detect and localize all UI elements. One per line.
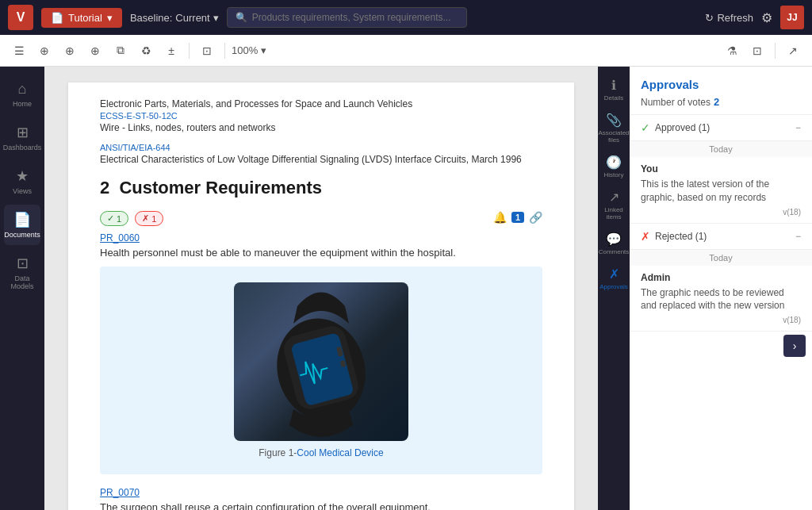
pr1-text: Health personnel must be able to maneuve…	[100, 247, 542, 259]
toolbar-add-btn[interactable]: ⊕	[33, 40, 56, 62]
pr-block-0060: ✓ 1 ✗ 1 🔔 1 🔗 PR_0060 Health	[100, 211, 542, 474]
rpanel-linked[interactable]: ↗ Linked items	[599, 185, 629, 225]
bell-icon[interactable]: 🔔	[493, 211, 507, 224]
zoom-control[interactable]: 100% ▾	[232, 44, 266, 56]
pr1-id[interactable]: PR_0060	[100, 232, 542, 243]
toolbar-sep1	[189, 43, 190, 59]
toolbar-list-btn[interactable]: ☰	[8, 40, 30, 62]
details-icon: ℹ	[611, 78, 616, 93]
toolbar: ☰ ⊕ ⊕ ⊕ ⧉ ♻ ± ⊡ 100% ▾ ⚗ ⊡ ↗	[0, 35, 812, 67]
sidebar-item-views[interactable]: ★ Views	[4, 161, 40, 201]
search-input[interactable]	[252, 12, 458, 23]
avatar[interactable]: JJ	[780, 6, 804, 29]
toolbar-recycle-btn[interactable]: ♻	[135, 40, 157, 62]
linked-icon: ↗	[609, 190, 619, 205]
pr2-id[interactable]: PR_0070	[100, 487, 542, 498]
search-bar[interactable]: 🔍	[227, 7, 467, 28]
doc-content: Electronic Parts, Materials, and Process…	[68, 82, 574, 510]
ref2-code: ANSI/TIA/EIA-644	[100, 143, 542, 152]
app-logo[interactable]: V	[8, 5, 33, 30]
x-mark: ✗	[142, 213, 149, 224]
zoom-arrow: ▾	[261, 44, 266, 56]
admin-version: v(18)	[641, 316, 801, 324]
tutorial-label: Tutorial	[68, 12, 102, 24]
views-icon: ★	[16, 167, 29, 185]
pr-block-0070: PR_0070 The surgeon shall reuse a certai…	[100, 487, 542, 510]
votes-row: Number of votes 2	[641, 96, 801, 108]
tutorial-button[interactable]: 📄 Tutorial ▾	[41, 8, 122, 28]
toolbar-share-btn[interactable]: ↗	[782, 40, 804, 62]
approved-label: Approved (1)	[655, 122, 710, 133]
baseline-selector[interactable]: Baseline: Current ▾	[130, 12, 219, 24]
toolbar-filter-btn[interactable]: ⚗	[721, 40, 743, 62]
toolbar-page-btn[interactable]: ⊡	[746, 40, 768, 62]
you-version: v(18)	[641, 208, 801, 217]
toolbar-right: ⚗ ⊡ ↗	[721, 40, 804, 62]
sidebar-datamodels-label: Data Models	[7, 274, 37, 290]
rejected-date: Today	[630, 250, 812, 266]
figure-image	[234, 282, 408, 441]
baseline-label: Baseline:	[130, 12, 172, 24]
refresh-button[interactable]: ↻ Refresh	[705, 12, 753, 24]
sidebar-item-dashboards[interactable]: ⊞ Dashboards	[4, 117, 40, 158]
expand-panel-button[interactable]: ›	[783, 335, 806, 357]
files-icon: 📎	[606, 113, 622, 128]
refresh-icon: ↻	[705, 12, 714, 24]
badge-rejected[interactable]: ✗ 1	[135, 211, 163, 226]
rpanel-details[interactable]: ℹ Details	[599, 73, 629, 106]
rejected-toggle[interactable]: ✗ Rejected (1) −	[630, 224, 812, 250]
comments-icon: 💬	[606, 232, 622, 247]
tutorial-arrow: ▾	[107, 12, 113, 24]
pr-badge: 1	[511, 212, 524, 223]
collapse-approved-icon: −	[795, 122, 801, 133]
sidebar-item-datamodels[interactable]: ⊡ Data Models	[4, 248, 40, 297]
rpanel-footer: ›	[630, 332, 812, 363]
ref1-code: ECSS-E-ST-50-12C	[100, 111, 542, 121]
rpanel-history[interactable]: 🕐 History	[599, 150, 629, 183]
toolbar-copy-btn[interactable]: ⧉	[109, 40, 132, 62]
approvals-icon: ✗	[609, 267, 619, 282]
rpanel-comments[interactable]: 💬 Comments	[599, 227, 629, 260]
baseline-value: Current	[175, 12, 209, 24]
ref2-desc: Electrical Characteristics of Low Voltag…	[100, 154, 542, 165]
sidebar-home-label: Home	[13, 100, 32, 108]
files-label: Associated files	[598, 129, 629, 144]
settings-button[interactable]: ⚙	[761, 10, 772, 25]
figure-caption-link[interactable]: Cool Medical Device	[297, 447, 383, 458]
admin-text: The graphic needs to be reviewed and rep…	[641, 286, 801, 313]
sidebar-item-home[interactable]: ⌂ Home	[4, 75, 40, 114]
section-title: Customer Requirements	[119, 178, 322, 197]
toolbar-plusminus-btn[interactable]: ±	[160, 40, 182, 62]
collapse-rejected-icon: −	[795, 231, 801, 242]
approved-count: 1	[117, 214, 121, 224]
rpanel-approvals[interactable]: ✗ Approvals	[599, 262, 629, 295]
link-icon[interactable]: 🔗	[529, 211, 542, 224]
doc-icon: 📄	[51, 12, 63, 24]
x-icon: ✗	[641, 230, 650, 243]
admin-label: Admin	[641, 272, 801, 283]
figure-caption: Figure 1-Cool Medical Device	[116, 447, 527, 458]
details-label: Details	[604, 94, 623, 102]
ref1-desc: Wire - Links, nodes, routers and network…	[100, 122, 542, 133]
approvals-label: Approvals	[599, 283, 628, 290]
approved-toggle[interactable]: ✓ Approved (1) −	[630, 115, 812, 141]
you-label: You	[641, 163, 801, 174]
toolbar-sep2	[224, 43, 225, 59]
history-label: History	[604, 171, 624, 178]
votes-count: 2	[714, 96, 719, 108]
sidebar-dashboards-label: Dashboards	[3, 144, 42, 151]
you-text: This is the latest version of the graphi…	[641, 178, 801, 205]
datamodels-icon: ⊡	[17, 255, 29, 272]
sidebar-item-documents[interactable]: 📄 Documents	[4, 205, 40, 245]
doc-area: Electronic Parts, Materials, and Process…	[44, 67, 598, 510]
badge-approved[interactable]: ✓ 1	[100, 211, 128, 226]
rpanel-main: Approvals Number of votes 2 ✓ Approved (…	[630, 67, 812, 510]
pr-icons: 🔔 1 🔗	[493, 211, 542, 224]
toolbar-globe-btn[interactable]: ⊕	[84, 40, 106, 62]
right-panel: ℹ Details 📎 Associated files 🕐 History ↗…	[598, 67, 812, 510]
toolbar-plus-btn[interactable]: ⊕	[59, 40, 81, 62]
check-mark: ✓	[107, 213, 114, 224]
toolbar-select-btn[interactable]: ⊡	[196, 40, 218, 62]
rpanel-files[interactable]: 📎 Associated files	[599, 108, 629, 148]
approval-badge-row: ✓ 1 ✗ 1	[100, 211, 542, 226]
